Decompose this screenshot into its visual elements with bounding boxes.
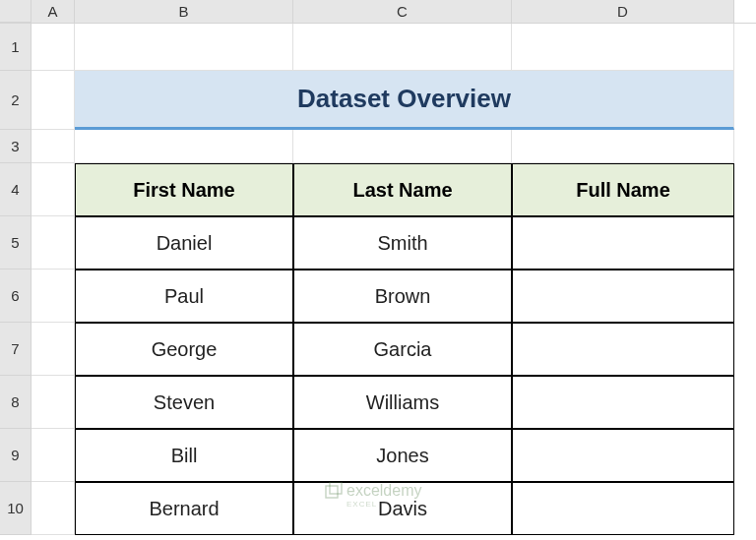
row-header-9[interactable]: 9 [0, 429, 32, 482]
title-cell[interactable]: Dataset Overview [75, 71, 734, 130]
row-header-7[interactable]: 7 [0, 323, 32, 376]
row-header-2[interactable]: 2 [0, 71, 32, 130]
cell-last-0[interactable]: Smith [293, 216, 512, 270]
cell-b3[interactable] [75, 130, 293, 163]
cell-last-5[interactable]: Davis [293, 482, 512, 535]
cell-full-2[interactable] [512, 323, 734, 376]
cell-first-4[interactable]: Bill [75, 429, 293, 482]
row-header-3[interactable]: 3 [0, 130, 32, 163]
row-header-1[interactable]: 1 [0, 24, 32, 71]
cell-c1[interactable] [293, 24, 512, 71]
row-header-10[interactable]: 10 [0, 482, 32, 535]
col-header-d[interactable]: D [512, 0, 734, 23]
cell-first-1[interactable]: Paul [75, 270, 293, 323]
cell-a9[interactable] [32, 429, 75, 482]
cell-first-0[interactable]: Daniel [75, 216, 293, 270]
cell-a8[interactable] [32, 376, 75, 429]
cell-last-3[interactable]: Williams [293, 376, 512, 429]
header-full-name[interactable]: Full Name [512, 163, 734, 216]
cell-full-4[interactable] [512, 429, 734, 482]
cell-full-5[interactable] [512, 482, 734, 535]
cell-d1[interactable] [512, 24, 734, 71]
cell-a4[interactable] [32, 163, 75, 216]
cell-last-4[interactable]: Jones [293, 429, 512, 482]
header-last-name[interactable]: Last Name [293, 163, 512, 216]
cell-a5[interactable] [32, 216, 75, 270]
row-header-8[interactable]: 8 [0, 376, 32, 429]
cell-last-1[interactable]: Brown [293, 270, 512, 323]
header-first-name[interactable]: First Name [75, 163, 293, 216]
col-header-b[interactable]: B [75, 0, 293, 23]
cell-full-3[interactable] [512, 376, 734, 429]
cell-first-5[interactable]: Bernard [75, 482, 293, 535]
col-header-a[interactable]: A [32, 0, 75, 23]
cell-a6[interactable] [32, 270, 75, 323]
cell-a1[interactable] [32, 24, 75, 71]
column-headers: A B C D [0, 0, 756, 24]
cell-first-3[interactable]: Steven [75, 376, 293, 429]
cell-a2[interactable] [32, 71, 75, 130]
cell-last-2[interactable]: Garcia [293, 323, 512, 376]
cell-d3[interactable] [512, 130, 734, 163]
row-header-6[interactable]: 6 [0, 270, 32, 323]
cell-a7[interactable] [32, 323, 75, 376]
row-header-5[interactable]: 5 [0, 216, 32, 270]
cell-full-1[interactable] [512, 270, 734, 323]
cell-c3[interactable] [293, 130, 512, 163]
cell-first-2[interactable]: George [75, 323, 293, 376]
cell-a3[interactable] [32, 130, 75, 163]
cell-a10[interactable] [32, 482, 75, 535]
row-header-4[interactable]: 4 [0, 163, 32, 216]
col-header-c[interactable]: C [293, 0, 512, 23]
spreadsheet: A B C D 1 2 Dataset Overview 3 4 First N… [0, 0, 756, 540]
cell-b1[interactable] [75, 24, 293, 71]
cell-full-0[interactable] [512, 216, 734, 270]
select-all-corner[interactable] [0, 0, 32, 23]
